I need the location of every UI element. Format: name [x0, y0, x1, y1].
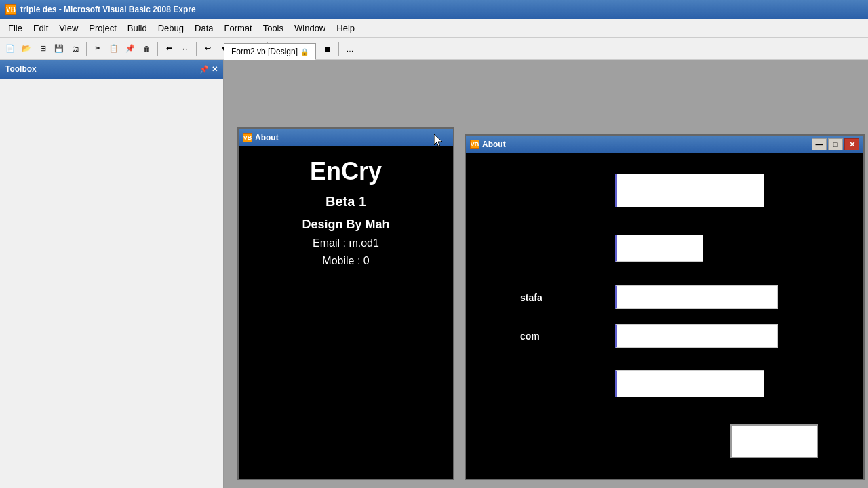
toolbox-close-icon[interactable]: ✕ — [212, 65, 218, 74]
toolbar-more[interactable]: … — [342, 41, 357, 56]
textbox-1[interactable] — [615, 174, 764, 207]
sep3 — [196, 42, 197, 56]
textbox-2[interactable] — [615, 235, 703, 262]
form-ok-button[interactable] — [730, 424, 818, 458]
app-email-text: Email : m.od1 — [313, 237, 379, 249]
form-back-title-bar: VB About — [239, 129, 453, 146]
title-bar: VB triple des - Microsoft Visual Basic 2… — [0, 0, 868, 19]
tab-strip: Form2.vb [Design] 🔒 — [224, 41, 316, 60]
menu-debug[interactable]: Debug — [153, 21, 189, 35]
form-maximize-button[interactable]: □ — [828, 138, 843, 150]
menu-data[interactable]: Data — [189, 21, 218, 35]
label-stafa: stafa — [520, 292, 542, 303]
menu-view[interactable]: View — [54, 21, 83, 35]
textbox-5[interactable] — [615, 370, 764, 397]
toolbar-undo[interactable]: ↩ — [200, 41, 215, 56]
app-title-text: EnCry — [310, 157, 382, 186]
app-designer-text: Design By Mah — [302, 218, 389, 232]
toolbar-align-left[interactable]: ⬅ — [161, 41, 176, 56]
toolbox-panel: Toolbox 📌 ✕ — [0, 60, 224, 488]
form-minimize-button[interactable]: — — [812, 138, 827, 150]
sep2 — [157, 42, 158, 56]
form-window-front: VB About — □ ✕ stafa com — [465, 134, 865, 480]
title-bar-text: triple des - Microsoft Visual Basic 2008… — [20, 5, 196, 14]
toolbox-pin-icon[interactable]: 📌 — [199, 65, 209, 74]
label-com: com — [520, 331, 540, 342]
form-window-back: VB About EnCry Beta 1 Design By Mah Emai… — [237, 127, 454, 480]
toolbar-copy[interactable]: 📋 — [106, 41, 121, 56]
form-back-title-text: About — [255, 133, 279, 142]
toolbar-cut[interactable]: ✂ — [90, 41, 105, 56]
toolbox-controls: 📌 ✕ — [199, 65, 218, 74]
form-front-body: stafa com — [466, 153, 863, 479]
form-front-controls: — □ ✕ — [812, 138, 859, 150]
toolbox-header: Toolbox 📌 ✕ — [0, 60, 223, 79]
menu-edit[interactable]: Edit — [28, 21, 54, 35]
form-front-title-text: About — [482, 140, 506, 149]
menu-build[interactable]: Build — [122, 21, 153, 35]
tab-icon: 🔒 — [300, 48, 309, 56]
form-close-button[interactable]: ✕ — [844, 138, 859, 150]
sep5 — [338, 42, 339, 56]
menu-bar: File Edit View Project Build Debug Data … — [0, 19, 868, 38]
toolbar-new[interactable]: 📄 — [3, 41, 18, 56]
toolbar: 📄 📂 ⊞ 💾 🗂 ✂ 📋 📌 🗑 ⬅ ↔ ↩ ▾ ↪ ▾ ⬛ ▶ ⏸ ⏹ … — [0, 38, 868, 60]
menu-format[interactable]: Format — [218, 21, 257, 35]
tab-form2-design[interactable]: Form2.vb [Design] 🔒 — [224, 43, 316, 60]
toolbar-align-center[interactable]: ↔ — [178, 41, 193, 56]
design-surface: VB About EnCry Beta 1 Design By Mah Emai… — [224, 60, 868, 488]
tab-form2-label: Form2.vb [Design] — [231, 47, 298, 56]
toolbar-stop[interactable]: ⏹ — [320, 41, 335, 56]
app-icon: VB — [5, 4, 16, 15]
sep1 — [86, 42, 87, 56]
form-front-icon: VB — [470, 140, 479, 149]
toolbox-label: Toolbox — [5, 64, 37, 74]
toolbar-del[interactable]: 🗑 — [139, 41, 154, 56]
toolbar-open[interactable]: 📂 — [19, 41, 34, 56]
form-back-icon: VB — [243, 133, 252, 142]
app-version-text: Beta 1 — [326, 194, 366, 209]
toolbar-save-all[interactable]: 🗂 — [68, 41, 83, 56]
textbox-3[interactable] — [615, 285, 778, 309]
menu-window[interactable]: Window — [289, 21, 331, 35]
form-front-title-bar: VB About — □ ✕ — [466, 136, 863, 153]
toolbar-paste[interactable]: 📌 — [123, 41, 138, 56]
textbox-4[interactable] — [615, 324, 778, 348]
app-mobile-text: Mobile : 0 — [322, 255, 369, 267]
form-back-body: EnCry Beta 1 Design By Mah Email : m.od1… — [239, 146, 453, 479]
toolbar-dropdown[interactable]: ⊞ — [35, 41, 50, 56]
menu-file[interactable]: File — [3, 21, 28, 35]
menu-help[interactable]: Help — [331, 21, 360, 35]
menu-tools[interactable]: Tools — [258, 21, 289, 35]
toolbar-save[interactable]: 💾 — [52, 41, 66, 56]
menu-project[interactable]: Project — [83, 21, 121, 35]
